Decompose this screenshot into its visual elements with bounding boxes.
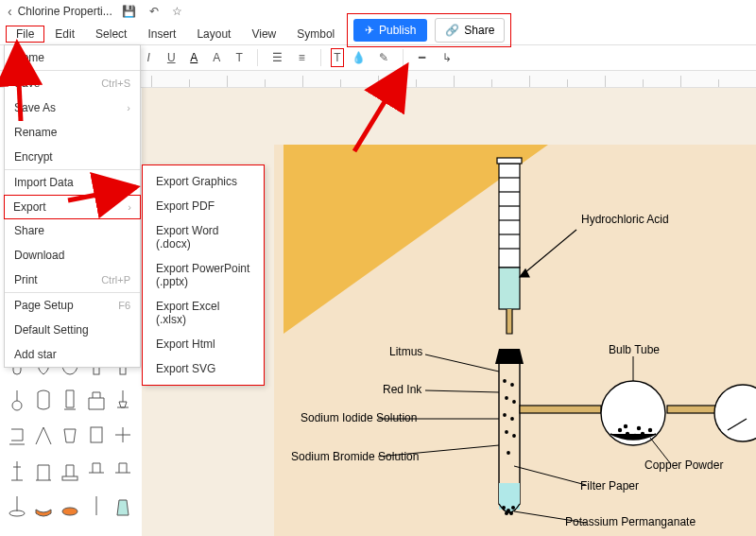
svg-line-57: [68, 187, 136, 200]
svg-line-56: [17, 43, 21, 121]
svg-line-58: [354, 66, 406, 151]
annotation-arrows: [0, 0, 756, 536]
